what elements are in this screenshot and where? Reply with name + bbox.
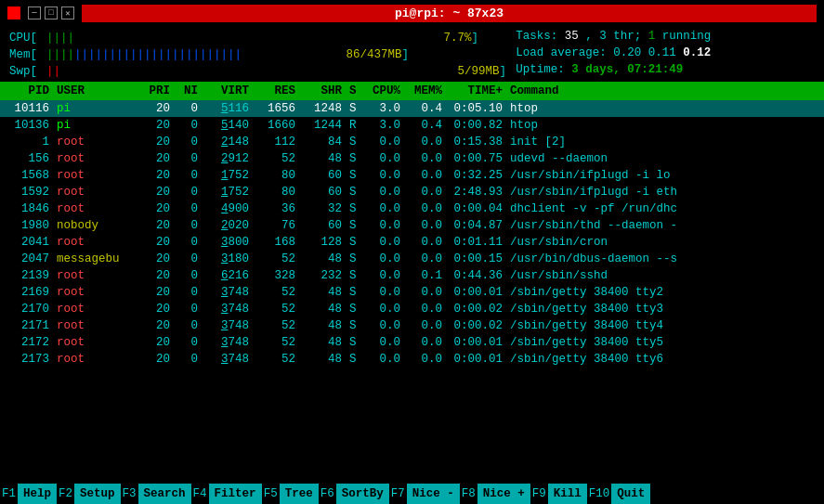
tasks-row: Tasks: 35 , 3 thr; 1 running [516, 30, 815, 46]
cell-cmd: /sbin/getty 38400 tty4 [510, 319, 818, 332]
cell-user: pi [57, 102, 140, 115]
fn-label: Kill [548, 484, 587, 504]
table-row[interactable]: 10136 pi 20 0 5140 1660 1244 R 3.0 0.4 0… [0, 117, 824, 134]
cell-pri: 20 [140, 252, 177, 265]
cell-res: 112 [256, 136, 303, 149]
fn-key-sortby[interactable]: F6SortBy [319, 484, 389, 504]
cell-user: root [57, 202, 140, 215]
cell-user: nobody [57, 219, 140, 232]
cell-s: S [349, 186, 366, 199]
maximize-button[interactable]: □ [45, 6, 58, 19]
cell-pri: 20 [140, 152, 177, 165]
cell-s: S [349, 219, 366, 232]
table-row[interactable]: 1846 root 20 0 4900 36 32 S 0.0 0.0 0:00… [0, 200, 824, 217]
cell-cpu: 0.0 [366, 252, 408, 265]
cell-mem: 0.1 [408, 269, 450, 282]
cell-time: 0:00.01 [450, 336, 510, 349]
cell-shr: 32 [303, 202, 349, 215]
process-list: 10116 pi 20 0 5116 1656 1248 S 3.0 0.4 0… [0, 100, 824, 368]
table-row[interactable]: 2041 root 20 0 3800 168 128 S 0.0 0.0 0:… [0, 234, 824, 251]
fn-label: Quit [611, 484, 650, 504]
uptime-row: Uptime: 3 days, 07:21:49 [516, 63, 815, 80]
cell-s: S [349, 236, 366, 249]
table-row[interactable]: 1 root 20 0 2148 112 84 S 0.0 0.0 0:15.3… [0, 134, 824, 150]
cell-cmd: /usr/bin/dbus-daemon --s [510, 252, 818, 265]
cell-virt: 3800 [205, 236, 256, 249]
cell-user: root [57, 353, 140, 366]
cpu-close: ] [472, 32, 479, 45]
minimize-button[interactable]: ─ [28, 6, 41, 19]
cell-user: root [57, 303, 140, 316]
cell-shr: 60 [303, 186, 349, 199]
fn-key-filter[interactable]: F4Filter [191, 484, 262, 504]
cell-s: S [349, 269, 366, 282]
fn-key-setup[interactable]: F2Setup [57, 484, 121, 504]
fn-key-kill[interactable]: F9Kill [530, 484, 587, 504]
cell-cmd: udevd --daemon [510, 152, 818, 165]
cell-user: root [57, 336, 140, 349]
cell-virt: 2912 [205, 152, 256, 165]
table-row[interactable]: 1592 root 20 0 1752 80 60 S 0.0 0.0 2:48… [0, 184, 824, 200]
cell-s: S [349, 303, 366, 316]
close-button[interactable]: ✕ [61, 6, 74, 19]
fn-key-nice +[interactable]: F8Nice + [460, 484, 530, 504]
cell-mem: 0.0 [408, 336, 450, 349]
cell-mem: 0.0 [408, 202, 450, 215]
cell-cmd: /sbin/getty 38400 tty5 [510, 336, 818, 349]
fn-num: F3 [121, 487, 138, 500]
table-row[interactable]: 2047 messagebu 20 0 3180 52 48 S 0.0 0.0… [0, 251, 824, 267]
cell-ni: 0 [177, 353, 205, 366]
cell-ni: 0 [177, 269, 205, 282]
table-row[interactable]: 2172 root 20 0 3748 52 48 S 0.0 0.0 0:00… [0, 334, 824, 351]
cell-cmd: /sbin/getty 38400 tty6 [510, 353, 818, 366]
header-cmd: Command [510, 84, 818, 97]
fn-key-nice -[interactable]: F7Nice - [389, 484, 460, 504]
cell-cpu: 0.0 [366, 336, 408, 349]
cell-pid: 1846 [6, 202, 57, 215]
cell-time: 0:01.11 [450, 236, 510, 249]
table-row[interactable]: 10116 pi 20 0 5116 1656 1248 S 3.0 0.4 0… [0, 100, 824, 117]
cell-mem: 0.0 [408, 303, 450, 316]
table-row[interactable]: 1568 root 20 0 1752 80 60 S 0.0 0.0 0:32… [0, 167, 824, 184]
cell-cpu: 0.0 [366, 303, 408, 316]
header-pid: PID [6, 84, 57, 97]
window-title: pi@rpi: ~ 87x23 [82, 5, 817, 22]
cell-mem: 0.0 [408, 353, 450, 366]
tasks-label: Tasks: [516, 30, 565, 43]
cell-pid: 2169 [6, 286, 57, 299]
cell-virt: 2148 [205, 136, 256, 149]
cell-cpu: 0.0 [366, 286, 408, 299]
cell-user: root [57, 169, 140, 182]
table-row[interactable]: 1980 nobody 20 0 2020 76 60 S 0.0 0.0 0:… [0, 217, 824, 234]
header-time: TIME+ [450, 84, 510, 97]
swp-bar-red: || [46, 65, 60, 78]
cell-pid: 2047 [6, 252, 57, 265]
cell-mem: 0.0 [408, 169, 450, 182]
header-pri: PRI [140, 84, 177, 97]
window-controls[interactable]: ─ □ ✕ [7, 6, 74, 19]
cell-res: 1656 [256, 102, 303, 115]
table-row[interactable]: 2169 root 20 0 3748 52 48 S 0.0 0.0 0:00… [0, 284, 824, 301]
fn-key-quit[interactable]: F10Quit [587, 484, 651, 504]
cell-time: 0:04.87 [450, 219, 510, 232]
fn-key-tree[interactable]: F5Tree [262, 484, 319, 504]
cell-virt: 3748 [205, 336, 256, 349]
cell-cmd: dhclient -v -pf /run/dhc [510, 202, 818, 215]
table-row[interactable]: 2173 root 20 0 3748 52 48 S 0.0 0.0 0:00… [0, 351, 824, 368]
cell-cmd: /usr/sbin/ifplugd -i eth [510, 186, 818, 199]
header-s: S [349, 84, 366, 97]
fn-key-search[interactable]: F3Search [121, 484, 191, 504]
table-row[interactable]: 2170 root 20 0 3748 52 48 S 0.0 0.0 0:00… [0, 301, 824, 317]
table-row[interactable]: 156 root 20 0 2912 52 48 S 0.0 0.0 0:00.… [0, 150, 824, 167]
cell-time: 0:00.82 [450, 119, 510, 132]
table-row[interactable]: 2139 root 20 0 6216 328 232 S 0.0 0.1 0:… [0, 267, 824, 284]
fn-key-help[interactable]: F1Help [0, 484, 57, 504]
cell-res: 52 [256, 152, 303, 165]
cell-pri: 20 [140, 336, 177, 349]
cell-shr: 1248 [303, 102, 349, 115]
cell-shr: 60 [303, 169, 349, 182]
cell-user: root [57, 286, 140, 299]
table-row[interactable]: 2171 root 20 0 3748 52 48 S 0.0 0.0 0:00… [0, 317, 824, 334]
mem-value: 86/437MB [347, 48, 402, 61]
cell-pri: 20 [140, 119, 177, 132]
